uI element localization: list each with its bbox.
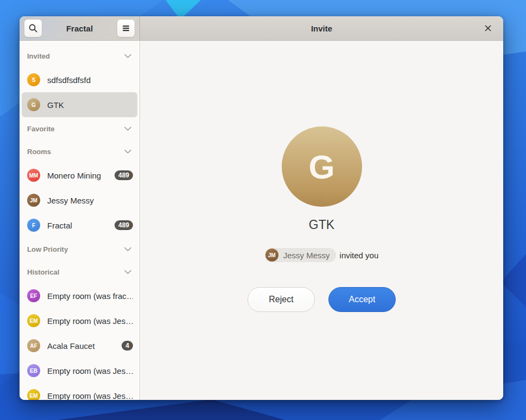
chevron-down-icon	[124, 270, 132, 275]
room-name: Jessy Messy	[47, 196, 133, 205]
section-label: Invited	[27, 52, 50, 60]
unread-badge: 489	[115, 170, 133, 180]
room-item-acala-faucet[interactable]: AF Acala Faucet 4	[20, 333, 140, 358]
room-name: GTK	[47, 100, 133, 110]
room-item-fractal[interactable]: F Fractal 489	[20, 213, 140, 238]
chevron-down-icon	[124, 247, 132, 252]
inviter-line: JM Jessy Messy invited you	[265, 248, 379, 262]
room-item-jessy-messy[interactable]: JM Jessy Messy	[20, 188, 140, 213]
room-name: Empty room (was Jes…	[47, 366, 133, 376]
room-item-empty-em-2[interactable]: EM Empty room (was Jes…	[20, 383, 140, 400]
window-body: Invited S sdfsdfsdfsfd G GTK Favorite Ro…	[20, 41, 503, 400]
room-avatar: EF	[27, 289, 40, 302]
room-name: Acala Faucet	[47, 341, 115, 351]
section-label: Historical	[27, 268, 59, 276]
section-label: Low Priority	[27, 245, 68, 253]
invited-you-text: invited you	[340, 251, 379, 260]
room-avatar-large: G	[282, 126, 362, 207]
hamburger-menu-icon	[120, 22, 132, 34]
close-button[interactable]	[479, 16, 497, 40]
chevron-down-icon	[124, 126, 132, 131]
room-avatar: S	[27, 73, 40, 86]
invited-room-name: GTK	[309, 217, 334, 233]
room-name: sdfsdfsdfsfd	[47, 75, 133, 85]
room-item-gtk[interactable]: G GTK	[22, 92, 137, 117]
room-avatar: AF	[27, 339, 40, 352]
inviter-name: Jessy Messy	[283, 251, 330, 260]
section-low-priority[interactable]: Low Priority	[20, 238, 140, 260]
search-button[interactable]	[24, 19, 42, 37]
room-avatar: G	[27, 98, 40, 111]
search-icon	[27, 22, 39, 34]
room-item-sdfsdfsdfsfd[interactable]: S sdfsdfsdfsfd	[20, 67, 140, 92]
section-favorite[interactable]: Favorite	[20, 117, 140, 140]
close-icon	[484, 24, 492, 33]
section-historical[interactable]: Historical	[20, 260, 140, 283]
room-avatar: JM	[27, 194, 40, 207]
inviter-pill: JM Jessy Messy	[265, 248, 336, 262]
room-avatar: F	[27, 219, 40, 232]
main-menu-button[interactable]	[117, 19, 135, 37]
sidebar-title: Fractal	[66, 24, 93, 33]
room-name: Monero Mining	[47, 171, 107, 180]
fractal-window: Fractal Invite In	[20, 16, 503, 400]
chevron-down-icon	[124, 54, 132, 59]
unread-badge: 4	[122, 341, 133, 351]
main-headerbar: Invite	[140, 16, 503, 40]
inviter-avatar: JM	[265, 249, 278, 262]
sidebar-headerbar: Fractal	[20, 16, 140, 40]
room-avatar: MM	[27, 169, 40, 182]
unread-badge: 489	[115, 220, 133, 230]
room-name: Empty room (was Jes…	[47, 316, 133, 326]
room-item-monero-mining[interactable]: MM Monero Mining 489	[20, 163, 140, 188]
room-name: Empty room (was Jes…	[47, 391, 133, 400]
room-item-empty-eb[interactable]: EB Empty room (was Jes…	[20, 358, 140, 383]
chevron-down-icon	[124, 149, 132, 154]
headerbar: Fractal Invite	[20, 16, 503, 41]
section-label: Rooms	[27, 148, 51, 156]
invite-actions: Reject Accept	[248, 287, 396, 312]
accept-button[interactable]: Accept	[328, 287, 396, 312]
room-item-empty-em-1[interactable]: EM Empty room (was Jes…	[20, 308, 140, 333]
section-rooms[interactable]: Rooms	[20, 140, 140, 163]
page-title: Invite	[311, 24, 332, 33]
room-name: Fractal	[47, 221, 107, 230]
room-sidebar: Invited S sdfsdfsdfsfd G GTK Favorite Ro…	[20, 41, 140, 400]
reject-button[interactable]: Reject	[248, 287, 315, 312]
room-name: Empty room (was frac…	[47, 291, 133, 301]
section-label: Favorite	[27, 125, 55, 133]
room-item-empty-ef[interactable]: EF Empty room (was frac…	[20, 283, 140, 308]
room-avatar: EM	[27, 314, 40, 327]
section-invited[interactable]: Invited	[20, 44, 140, 67]
invite-pane: G GTK JM Jessy Messy invited you Reject …	[140, 41, 503, 400]
room-avatar: EM	[27, 389, 40, 400]
room-avatar: EB	[27, 364, 40, 377]
